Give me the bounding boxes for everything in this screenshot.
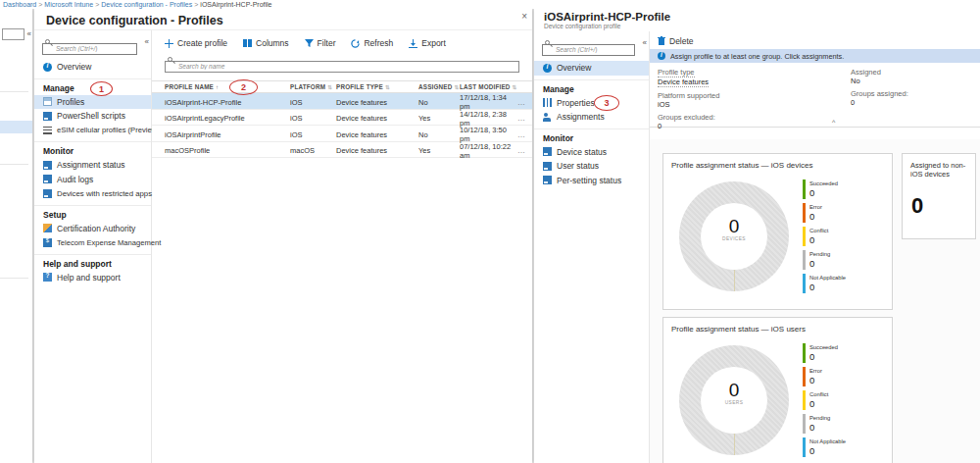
blade-profile-detail: iOSAirprint-HCP-Profile Device configura… <box>534 9 980 463</box>
sidebar-item-powershell-scripts[interactable]: PowerShell scripts <box>34 109 151 124</box>
blade1-search-input[interactable] <box>42 43 137 55</box>
cell-last-modified: 07/12/18, 10:22 am <box>460 142 517 160</box>
cell-assigned: No <box>418 98 460 107</box>
info-icon <box>43 63 52 72</box>
sidebar-item-label: User status <box>557 161 599 171</box>
row-context-menu-icon[interactable]: … <box>517 130 532 139</box>
leftmost-selected-item[interactable] <box>0 121 32 133</box>
devices-count-label: DEVICES <box>701 236 767 241</box>
cell-profile-type: Device features <box>336 98 418 107</box>
row-context-menu-icon[interactable]: … <box>517 114 532 123</box>
assignment-status-icon <box>43 161 52 170</box>
table-row[interactable]: iOSAirprintProfile iOS Device features N… <box>152 126 532 142</box>
detail-item-user-status[interactable]: User status <box>534 159 649 174</box>
collapse-nav-icon[interactable]: « <box>145 37 149 46</box>
export-label: Export <box>421 38 446 48</box>
table-row[interactable]: iOSAirprint-HCP-Profile iOS Device featu… <box>152 93 532 110</box>
cell-profile-name: iOSAirprintLegacyProfile <box>165 114 290 123</box>
collapse-essentials-icon[interactable]: ^ <box>832 119 835 126</box>
table-row[interactable]: iOSAirprintLegacyProfile iOS Device feat… <box>152 110 532 127</box>
column-header-profile-type[interactable]: PROFILE TYPE⇅ <box>336 83 418 90</box>
breadcrumb-intune[interactable]: Microsoft Intune <box>44 1 93 8</box>
detail-item-assignments[interactable]: Assignments <box>534 110 649 125</box>
detail-item-properties[interactable]: Properties <box>534 96 649 111</box>
sidebar-item-profiles[interactable]: Profiles <box>34 95 151 110</box>
profile-type-label: Profile type <box>658 68 695 77</box>
properties-icon <box>543 98 552 107</box>
legend-item-succeeded: Succeeded0 <box>803 343 838 363</box>
sidebar-item-certification-authority[interactable]: Certification Authority <box>34 222 151 236</box>
cell-profile-name: iOSAirprintProfile <box>165 130 290 139</box>
breadcrumb-separator: > <box>38 1 42 8</box>
sidebar-item-label: Telecom Expense Management <box>57 238 161 247</box>
sidebar-item-esim-cellular-profiles[interactable]: eSIM cellular profiles (Preview) <box>34 124 151 138</box>
devices-count: 0 <box>701 217 767 236</box>
sidebar-section-monitor: Monitor <box>34 141 151 158</box>
detail-item-overview[interactable]: Overview <box>534 61 649 76</box>
essentials-panel: Profile type Device features Platform su… <box>650 63 980 128</box>
blade2-search-input[interactable] <box>542 44 635 56</box>
sidebar-item-help-and-support[interactable]: Help and support <box>34 271 151 285</box>
sidebar-section-setup: Setup <box>34 205 151 222</box>
refresh-label: Refresh <box>364 38 393 48</box>
info-icon <box>543 64 552 73</box>
legend-item-error: Error0 <box>803 203 822 223</box>
detail-item-per-setting-status[interactable]: Per-setting status <box>534 174 649 188</box>
breadcrumb-device-configuration[interactable]: Device configuration - Profiles <box>101 1 192 8</box>
sidebar-item-devices-with-restricted-apps[interactable]: Devices with restricted apps <box>34 186 151 201</box>
sidebar-item-assignment-status[interactable]: Assignment status <box>34 158 151 173</box>
delete-button[interactable]: Delete <box>650 31 980 46</box>
filter-icon <box>305 39 314 47</box>
legend-item-not-applicable: Not Applicable0 <box>803 437 846 457</box>
users-count-label: USERS <box>701 400 767 405</box>
blade-device-configuration-profiles: Device configuration - Profiles × « Over… <box>34 9 532 463</box>
sidebar-item-audit-logs[interactable]: Audit logs <box>34 173 151 187</box>
close-icon[interactable]: × <box>521 12 527 22</box>
breadcrumb-dashboard[interactable]: Dashboard <box>3 1 36 8</box>
platform-supported-label: Platform supported <box>658 91 844 100</box>
detail-section-monitor: Monitor <box>534 129 649 145</box>
legend-item-succeeded: Succeeded0 <box>803 180 838 199</box>
columns-icon <box>243 39 252 47</box>
sort-icon: ⇅ <box>513 84 517 90</box>
charts-area: Profile assignment status — iOS devices … <box>650 139 980 463</box>
collapse-nav-icon[interactable]: « <box>643 38 647 47</box>
create-profile-label: Create profile <box>177 38 227 48</box>
sort-icon: ⇅ <box>327 84 332 90</box>
cell-profile-type: Device features <box>336 130 418 139</box>
filter-button[interactable]: Filter <box>305 38 336 48</box>
column-header-last-modified[interactable]: LAST MODIFIED⇅ <box>460 83 517 90</box>
column-header-platform[interactable]: PLATFORM⇅ <box>290 83 336 90</box>
blade1-sidebar: « Overview Manage Profiles PowerShell sc… <box>34 30 152 463</box>
search-icon <box>168 57 174 64</box>
leftmost-collapse-icon[interactable]: « <box>27 29 31 38</box>
certification-authority-icon <box>43 224 52 232</box>
sidebar-item-telecom-expense-management[interactable]: Telecom Expense Management <box>34 235 151 250</box>
detail-item-device-status[interactable]: Device status <box>534 145 649 160</box>
donut-zero-tick <box>734 434 735 455</box>
create-profile-button[interactable]: Create profile <box>165 38 227 48</box>
search-by-name-input[interactable] <box>165 61 519 73</box>
cell-profile-name: iOSAirprint-HCP-Profile <box>165 98 290 107</box>
cell-platform: iOS <box>290 98 336 107</box>
table-row[interactable]: macOSProfile macOS Device features Yes 0… <box>152 142 532 159</box>
row-context-menu-icon[interactable]: … <box>517 146 532 155</box>
column-header-assigned[interactable]: ASSIGNED⇅ <box>418 83 460 90</box>
detail-title: iOSAirprint-HCP-Profile <box>544 11 670 23</box>
blade1-header: Device configuration - Profiles × <box>34 9 532 30</box>
page-title: Device configuration - Profiles <box>46 14 223 27</box>
columns-button[interactable]: Columns <box>243 38 289 48</box>
legend-item-pending: Pending0 <box>803 414 830 434</box>
refresh-button[interactable]: Refresh <box>351 38 393 48</box>
cell-assigned: Yes <box>418 146 460 155</box>
leftmost-search-input[interactable] <box>2 28 24 40</box>
row-context-menu-icon[interactable]: … <box>517 98 532 107</box>
export-button[interactable]: Export <box>409 38 446 48</box>
banner-text: Assign profile to at least one group. Cl… <box>670 52 844 61</box>
breadcrumb: Dashboard>Microsoft Intune>Device config… <box>0 0 980 9</box>
column-header-profile-name[interactable]: PROFILE NAME↑ <box>165 83 290 90</box>
divider <box>0 164 28 165</box>
blade2-sidebar: « Overview Manage Properties Assignments… <box>534 31 650 463</box>
profile-type-value[interactable]: Device features <box>658 77 709 87</box>
sidebar-item-overview[interactable]: Overview <box>34 60 151 75</box>
